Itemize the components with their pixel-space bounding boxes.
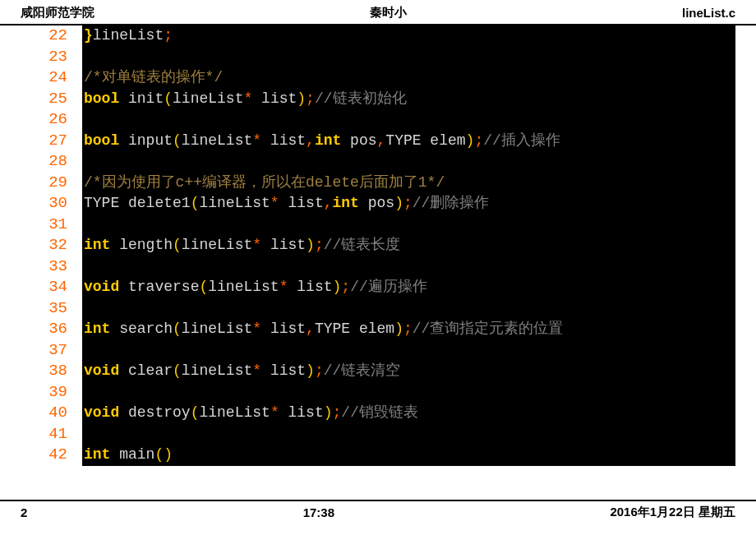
token-punct: ) [306,362,315,379]
token-kw: int [84,237,110,253]
code-line: 25bool init(lineList* list);//链表初始化 [21,89,735,110]
line-content: bool input(lineList* list,int pos,TYPE e… [82,131,735,152]
line-number: 28 [21,151,82,173]
line-number: 34 [21,277,82,298]
line-content [82,382,735,404]
token-star: * [252,321,261,337]
token-brace: } [84,27,93,44]
token-kw: int [84,446,110,463]
token-semi: ; [315,237,324,253]
token-punct: ( [199,279,208,295]
token-ident: list [279,195,324,211]
code-line: 40void destroy(lineList* list);//销毁链表 [21,403,735,424]
line-content: void clear(lineList* list);//链表清空 [82,361,735,382]
line-content: }lineList; [82,25,735,47]
token-ident: search [110,321,173,337]
token-punct: ( [164,90,173,107]
token-kw: void [84,404,119,421]
header-filename: lineList.c [682,6,735,20]
token-punct: ( [173,132,182,149]
header-institution: 咸阳师范学院 [21,5,94,21]
token-com: //插入操作 [483,132,560,149]
token-star: * [270,195,279,211]
token-ident: TYPE elem [315,321,394,337]
token-ident: length [110,237,173,253]
token-semi: ; [164,27,173,44]
token-com: //删除操作 [413,195,490,211]
token-ident: lineList [182,237,252,253]
token-ident: lineList [199,404,270,421]
token-semi: ; [474,132,483,149]
line-content: /*对单链表的操作*/ [82,67,735,89]
line-number: 38 [21,361,82,382]
code-line: 28 [21,151,735,173]
token-ident: TYPE elem [385,132,465,149]
line-number: 40 [21,403,82,424]
line-content: void destroy(lineList* list);//销毁链表 [82,403,735,424]
line-number: 29 [21,173,82,194]
line-content [82,214,735,236]
line-content [82,256,735,278]
line-content: int search(lineList* list,TYPE elem);//查… [82,319,735,340]
token-punct: ) [306,237,315,253]
token-ident: lineList [173,90,243,107]
token-star: * [252,132,261,149]
token-punct: ( [191,195,200,211]
line-number: 36 [21,319,82,340]
token-com: //销毁链表 [341,404,418,421]
token-blockc: /*对单链表的操作*/ [84,69,223,85]
token-semi: ; [403,195,413,211]
token-punct: ( [173,362,182,379]
token-punct: ) [394,321,403,337]
token-ident: TYPE delete1 [84,195,191,211]
token-punct: ) [324,404,333,421]
footer-time: 17:38 [303,505,334,519]
token-ident: list [288,279,332,295]
token-ident: input [119,132,173,149]
line-content [82,47,735,68]
code-line: 34void traverse(lineList* list);//遍历操作 [21,277,735,298]
token-com: //查询指定元素的位置 [413,321,564,337]
token-ident: lineList [182,362,252,379]
line-content [82,340,735,362]
token-ident: pos [359,195,394,211]
token-ident: traverse [119,279,199,295]
code-line: 29/*因为使用了c++编译器，所以在delete后面加了1*/ [21,173,735,194]
token-ident: list [252,90,297,107]
line-number: 37 [21,340,82,362]
token-kw: int [84,321,110,337]
line-content: TYPE delete1(lineList* list,int pos);//删… [82,193,735,214]
token-com: //链表长度 [324,237,401,253]
token-punct: ) [164,446,173,463]
code-line: 36int search(lineList* list,TYPE elem);/… [21,319,735,340]
line-number: 25 [21,89,82,110]
token-punct: ( [173,237,182,253]
token-semi: ; [403,321,413,337]
token-ident: destroy [119,404,190,421]
token-punct: ( [154,446,164,463]
footer-date: 2016年1月22日 星期五 [610,505,735,520]
line-number: 42 [21,445,82,466]
token-ident: lineList [182,321,252,337]
token-ident: pos [341,132,376,149]
token-sep: , [306,321,315,337]
code-line: 38void clear(lineList* list);//链表清空 [21,361,735,382]
token-star: * [252,237,261,253]
line-number: 32 [21,235,82,256]
line-content: int length(lineList* list);//链表长度 [82,235,735,256]
token-punct: ) [333,279,342,295]
line-number: 26 [21,109,82,131]
token-punct: ) [466,132,475,149]
line-content [82,298,735,320]
code-line: 24/*对单链表的操作*/ [21,67,735,89]
line-content: /*因为使用了c++编译器，所以在delete后面加了1*/ [82,173,735,194]
token-kw: bool [84,132,119,149]
token-ident: lineList [182,132,252,149]
line-content: bool init(lineList* list);//链表初始化 [82,89,735,110]
line-number: 41 [21,424,82,445]
token-kw: void [84,362,119,379]
token-ident: lineList [199,195,270,211]
token-com: //链表初始化 [315,90,407,107]
line-content: void traverse(lineList* list);//遍历操作 [82,277,735,298]
token-com: //链表清空 [324,362,401,379]
